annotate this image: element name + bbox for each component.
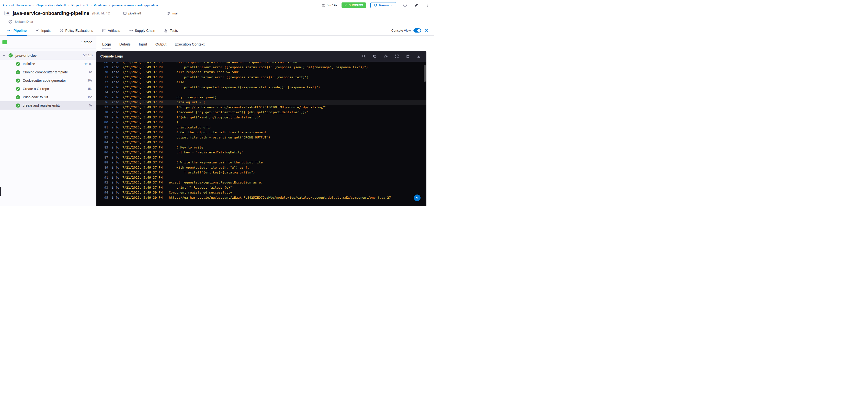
log-level: info <box>112 170 119 175</box>
line-number: 79 <box>103 115 108 120</box>
breadcrumb-separator: › <box>90 3 92 7</box>
exec-tab-details[interactable]: Details <box>119 39 131 49</box>
duration-text: 5m 19s <box>327 3 337 7</box>
tab-artifacts[interactable]: Artifacts <box>102 26 120 35</box>
console-view-info-icon[interactable] <box>424 28 429 33</box>
download-icon[interactable] <box>416 54 422 59</box>
log-level: info <box>112 130 119 135</box>
console-view-toggle[interactable] <box>413 28 421 33</box>
main-tabs: PipelineInputsPolicy EvaluationsArtifact… <box>7 26 178 35</box>
log-line: 85info7/21/2025, 5:49:37 PM # Key to wri… <box>96 145 426 150</box>
branch-label: main <box>173 11 179 15</box>
tab-tests[interactable]: Tests <box>164 26 178 35</box>
console-view-control: Console View <box>392 28 429 33</box>
log-timestamp: 7/21/2025, 5:49:37 PM <box>122 100 163 105</box>
rerun-button[interactable]: Re-run <box>370 2 396 8</box>
log-line: 74info7/21/2025, 5:49:37 PM <box>96 90 426 95</box>
check-icon <box>344 4 347 7</box>
step-push-code-to-git[interactable]: Push code to Git15s <box>0 93 96 101</box>
log-text: obj = response.json() <box>169 95 217 100</box>
branch-indicator[interactable]: main <box>167 11 179 15</box>
copy-icon[interactable] <box>372 54 377 59</box>
nav-resize-handle[interactable] <box>0 187 1 196</box>
stage-row[interactable]: java-onb-dev 5m 16s <box>0 51 96 60</box>
tab-policy-evaluations[interactable]: Policy Evaluations <box>59 26 93 35</box>
status-badge: SUCCESS <box>342 2 366 8</box>
search-icon[interactable] <box>361 54 367 59</box>
step-cloning-cookiecutter-template[interactable]: Cloning cookiecutter template6s <box>0 68 96 76</box>
log-level: info <box>112 175 119 180</box>
log-lines: 68info7/21/2025, 5:49:37 PM elif respons… <box>96 62 426 200</box>
console-header: Console Logs <box>96 51 426 62</box>
line-number: 92 <box>103 180 108 185</box>
log-line: 92info7/21/2025, 5:49:37 PMexcept reques… <box>96 180 426 185</box>
step-initialize[interactable]: Initialize4m 8s <box>0 60 96 68</box>
info-icon[interactable] <box>402 2 408 8</box>
line-number: 83 <box>103 135 108 140</box>
log-line: 71info7/21/2025, 5:49:37 PM print(f" Ser… <box>96 75 426 80</box>
log-text: output_file_path = os.environ.get("DRONE… <box>169 135 270 140</box>
breadcrumb-link[interactable]: Organization: default <box>36 3 66 7</box>
step-create-a-git-repo[interactable]: Create a Git repo15s <box>0 85 96 93</box>
step-duration: 20s <box>88 79 92 82</box>
log-text: ) <box>169 120 178 125</box>
log-level: info <box>112 85 119 90</box>
exec-tab-execution-context[interactable]: Execution Context <box>175 39 205 49</box>
log-level: info <box>112 155 119 160</box>
log-text: else: <box>169 80 186 85</box>
tab-supply-chain[interactable]: Supply Chain <box>129 26 155 35</box>
gear-icon[interactable] <box>383 54 389 59</box>
log-text: f.write(f"{url_key}={catalog_url}\n") <box>169 170 255 175</box>
scroll-to-top-button[interactable] <box>414 194 421 201</box>
log-level: info <box>112 185 119 190</box>
console-panel: Console Logs 68info7/21/2025, 5:49:37 PM… <box>96 51 426 206</box>
log-timestamp: 7/21/2025, 5:49:37 PM <box>122 140 163 145</box>
line-number: 84 <box>103 140 108 145</box>
exec-tab-output[interactable]: Output <box>155 39 166 49</box>
step-label: Push code to Git <box>23 95 85 99</box>
step-create-and-register-entity[interactable]: create and register entity5s <box>0 101 96 109</box>
chevron-up-icon[interactable] <box>2 54 6 57</box>
breadcrumb-link[interactable]: Account: Harness.io <box>2 3 31 7</box>
pipeline-tag[interactable]: pipeline8 <box>123 11 141 15</box>
tab-inputs[interactable]: Inputs <box>35 26 51 35</box>
step-label: create and register entity <box>23 103 87 107</box>
log-timestamp: 7/21/2025, 5:49:37 PM <box>122 75 163 80</box>
tab-pipeline[interactable]: Pipeline <box>7 26 27 35</box>
scrollbar-thumb[interactable] <box>424 65 426 82</box>
edit-icon[interactable] <box>413 2 419 8</box>
log-timestamp: 7/21/2025, 5:49:37 PM <box>122 160 163 165</box>
breadcrumb-link[interactable]: Pipelines <box>94 3 107 7</box>
avatar <box>8 20 12 24</box>
artifacts-icon <box>102 29 106 33</box>
log-line: 73info7/21/2025, 5:49:37 PM print(f"Unex… <box>96 85 426 90</box>
stages-panel-header: 1 stage <box>0 36 96 49</box>
log-link[interactable]: https://qa.harness.io/ng/account/zEaak-F… <box>169 196 391 199</box>
line-number: 73 <box>103 85 108 90</box>
exec-tab-input[interactable]: Input <box>139 39 147 49</box>
external-link-icon[interactable] <box>405 54 410 59</box>
console-log-area[interactable]: 68info7/21/2025, 5:49:37 PM elif respons… <box>96 62 426 206</box>
log-line: 88info7/21/2025, 5:49:37 PM # Write the … <box>96 160 426 165</box>
log-link[interactable]: https://qa.harness.io/ng/account/zEaak-F… <box>180 105 324 109</box>
check-circle-icon <box>16 62 20 66</box>
breadcrumb-link[interactable]: java-service-onboarding-pipeline <box>112 3 158 7</box>
step-cookiecutter-code-generator[interactable]: Cookiecutter code generator20s <box>0 76 96 85</box>
exec-tab-logs[interactable]: Logs <box>102 39 111 49</box>
line-number: 80 <box>103 120 108 125</box>
log-text: # Write the key=value pair to the output… <box>169 160 263 165</box>
fullscreen-icon[interactable] <box>394 54 400 59</box>
pipeline-icon <box>7 28 11 33</box>
stages-panel: 1 stage java-onb-dev 5m 16s Initialize4m… <box>0 36 96 206</box>
log-text: print(f" Server error ({response.status_… <box>169 75 309 80</box>
log-level: info <box>112 150 119 155</box>
log-timestamp: 7/21/2025, 5:49:37 PM <box>122 90 163 95</box>
line-number: 86 <box>103 150 108 155</box>
kebab-menu-icon[interactable] <box>425 2 430 8</box>
breadcrumb-link[interactable]: Project: sd2 <box>71 3 88 7</box>
log-timestamp: 7/21/2025, 5:49:37 PM <box>122 125 163 130</box>
log-text: elif response.status_code >= 400 and res… <box>169 62 299 65</box>
check-circle-icon <box>8 53 13 58</box>
log-scrollbar[interactable] <box>424 62 426 206</box>
log-timestamp: 7/21/2025, 5:49:37 PM <box>122 130 163 135</box>
